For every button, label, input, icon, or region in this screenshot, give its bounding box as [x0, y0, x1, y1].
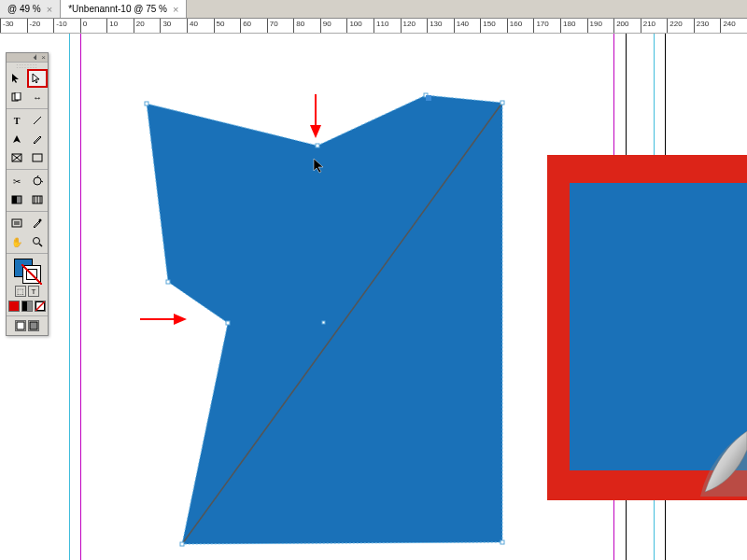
svg-rect-5 — [500, 101, 504, 105]
ruler-tick — [507, 19, 509, 33]
ruler-tick — [240, 19, 242, 33]
document-tab-2[interactable]: *Unbenannt-10 @ 75 % × — [61, 0, 187, 18]
ruler-tick — [267, 19, 269, 33]
svg-rect-2 — [145, 102, 148, 105]
selection-handle[interactable] — [426, 95, 431, 101]
line-tool[interactable] — [27, 111, 48, 130]
ruler-tick — [320, 19, 322, 33]
svg-point-25 — [34, 177, 41, 185]
svg-marker-16 — [12, 74, 19, 83]
direct-selection-tool[interactable] — [27, 69, 48, 88]
panel-header[interactable]: ⏴ × — [7, 53, 48, 63]
ruler-tick — [480, 19, 482, 33]
ruler-tick — [533, 19, 535, 33]
selection-tool[interactable] — [7, 69, 27, 88]
ruler-tick — [667, 19, 669, 33]
svg-rect-27 — [12, 196, 17, 203]
gradient-feather-tool[interactable] — [27, 190, 48, 209]
fill-stroke-swatch[interactable] — [7, 256, 48, 284]
document-tab-bar: @ 49 % × *Unbenannt-10 @ 75 % × — [0, 0, 747, 19]
svg-marker-17 — [33, 74, 39, 83]
note-tool[interactable] — [7, 214, 27, 232]
svg-rect-43 — [30, 322, 37, 329]
hand-tool[interactable]: ✋ — [7, 232, 27, 251]
rectangle-frame-tool[interactable] — [7, 148, 27, 167]
tool-grid: ↔ T ✂ ✋ — [7, 69, 48, 251]
svg-rect-9 — [166, 280, 170, 284]
stroke-color-swatch[interactable] — [22, 265, 41, 284]
ruler-tick — [0, 19, 2, 33]
tab-label: *Unbenannt-10 @ 75 % — [68, 4, 167, 14]
ruler-tick — [720, 19, 722, 33]
ruler-tick — [694, 19, 696, 33]
ruler-tick — [346, 19, 348, 33]
tab-label: @ 49 % — [7, 4, 41, 14]
ruler-tick — [454, 19, 456, 33]
ruler-tick — [401, 19, 402, 33]
collapse-icon[interactable]: ⏴ — [32, 53, 39, 62]
svg-rect-7 — [180, 542, 184, 546]
ruler-tick — [560, 19, 562, 33]
svg-line-20 — [34, 117, 41, 124]
horizontal-ruler[interactable] — [0, 19, 747, 34]
annotation-arrow-right — [138, 310, 194, 329]
scissors-tool[interactable]: ✂ — [7, 172, 27, 190]
gradient-swatch-tool[interactable] — [7, 190, 27, 209]
view-mode-preview[interactable] — [28, 320, 39, 331]
ruler-tick — [53, 19, 55, 33]
svg-rect-24 — [33, 154, 42, 161]
close-icon[interactable]: × — [41, 53, 46, 62]
svg-rect-19 — [15, 92, 21, 100]
eyedropper-tool[interactable] — [27, 214, 48, 232]
svg-point-36 — [34, 238, 40, 245]
type-tool[interactable]: T — [7, 111, 27, 130]
canvas[interactable] — [0, 34, 747, 560]
svg-rect-39 — [22, 301, 27, 311]
panel-grip[interactable]: :::::::: — [7, 63, 48, 69]
blue-polygon[interactable] — [0, 34, 747, 560]
annotation-arrow-down — [297, 90, 334, 146]
apply-color-button[interactable] — [8, 301, 20, 312]
page-curl-icon — [682, 431, 747, 497]
cursor-icon — [313, 158, 326, 175]
page-tool[interactable] — [7, 88, 27, 106]
free-transform-tool[interactable] — [27, 172, 48, 190]
ruler-tick — [187, 19, 189, 33]
svg-marker-15 — [314, 159, 323, 173]
ruler-tick — [613, 19, 615, 33]
zoom-tool[interactable] — [27, 232, 48, 251]
svg-rect-42 — [17, 322, 24, 329]
gap-tool[interactable]: ↔ — [27, 88, 48, 106]
ruler-tick — [374, 19, 375, 33]
svg-rect-32 — [12, 219, 21, 227]
svg-rect-8 — [226, 321, 230, 325]
ruler-tick — [587, 19, 589, 33]
apply-text-button[interactable]: T — [28, 286, 39, 297]
close-icon[interactable]: × — [47, 4, 52, 15]
pen-tool[interactable] — [7, 130, 27, 148]
tools-panel[interactable]: ⏴ × :::::::: ↔ T ✂ ✋ ⬚ T — [6, 52, 49, 336]
pencil-tool[interactable] — [27, 130, 48, 148]
document-tab-1[interactable]: @ 49 % × — [0, 0, 61, 18]
apply-none-button[interactable] — [35, 301, 46, 312]
apply-container-button[interactable]: ⬚ — [15, 286, 26, 297]
svg-point-35 — [39, 219, 42, 222]
svg-marker-14 — [174, 314, 187, 325]
svg-marker-12 — [310, 125, 321, 138]
ruler-tick — [134, 19, 135, 33]
svg-rect-6 — [500, 540, 504, 544]
apply-gradient-button[interactable] — [21, 301, 33, 312]
svg-line-37 — [39, 244, 42, 246]
rectangle-tool[interactable] — [27, 148, 48, 167]
ruler-tick — [27, 19, 29, 33]
ruler-tick — [160, 19, 162, 33]
view-mode-normal[interactable] — [15, 320, 26, 331]
ruler-tick — [106, 19, 108, 33]
ruler-tick — [214, 19, 216, 33]
svg-rect-10 — [322, 321, 325, 324]
ruler-tick — [293, 19, 295, 33]
ruler-tick — [641, 19, 642, 33]
ruler-tick — [80, 19, 82, 33]
close-icon[interactable]: × — [173, 4, 178, 15]
ruler-tick — [427, 19, 429, 33]
